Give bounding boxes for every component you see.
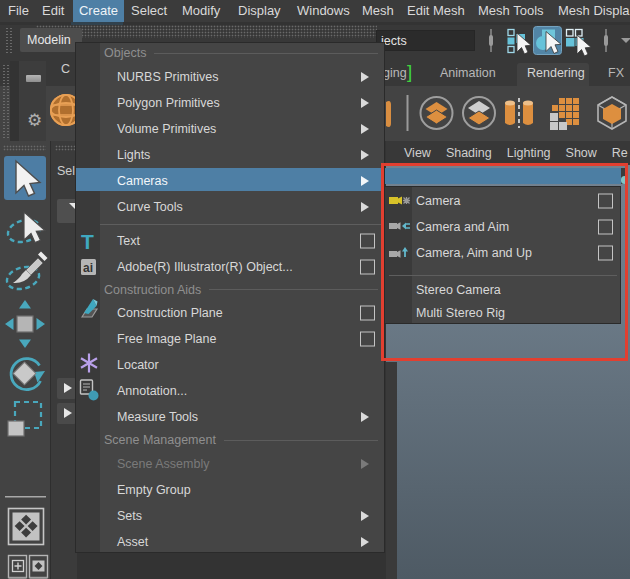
svg-text:T: T <box>81 230 94 253</box>
svg-text:ai: ai <box>83 261 93 275</box>
